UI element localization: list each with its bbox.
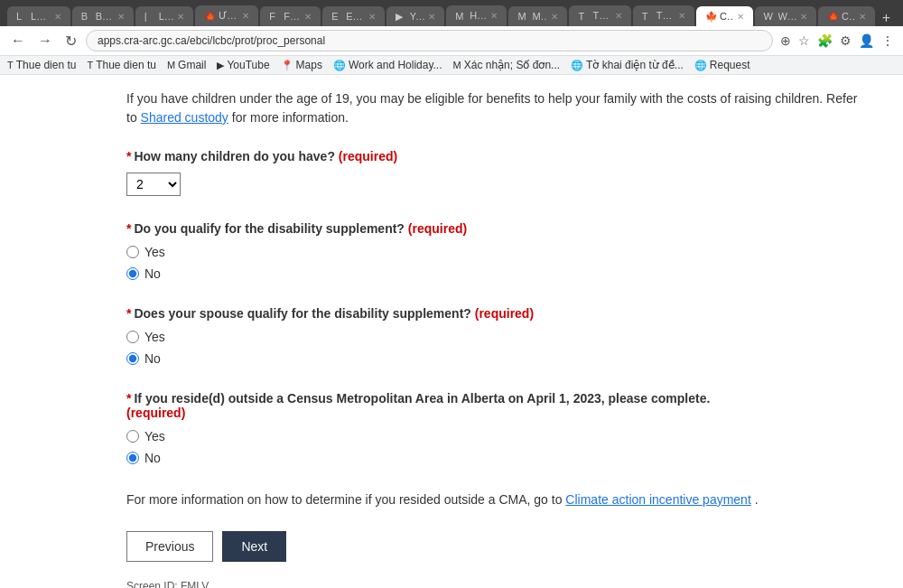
browser-tab-t1[interactable]: LLK B✕ [7,6,70,26]
children-count-select[interactable]: 2 1 3 4 5 [126,173,181,196]
spouse-disability-no-text: No [144,351,161,366]
previous-button[interactable]: Previous [126,531,213,562]
browser-tab-t7[interactable]: ▶You✕ [386,6,445,26]
tab-close[interactable]: ✕ [678,11,685,21]
bookmark-item[interactable]: TThue dien tu [7,59,76,71]
tab-favicon: 🍁 [827,11,838,22]
bookmark-item[interactable]: TThue dien tu [87,59,155,71]
browser-tab-t4[interactable]: 🍁Ưu đ✕ [195,5,258,26]
disability-yes-radio[interactable] [126,246,139,258]
browser-tab-t2[interactable]: BBiên✕ [72,6,134,26]
extension-icon[interactable]: 🧩 [815,32,834,50]
tab-close[interactable]: ✕ [304,12,312,22]
tab-close[interactable]: ✕ [615,11,622,21]
climate-action-link[interactable]: Climate action incentive payment [565,492,750,507]
tab-close[interactable]: ✕ [490,11,498,21]
bookmark-item[interactable]: MXác nhận; Số đơn... [453,59,561,71]
cma-no-radio[interactable] [126,452,139,464]
bookmark-icon: 🌐 [333,60,346,71]
browser-tab-t6[interactable]: EEmp✕ [322,6,385,26]
tab-favicon: E [331,11,342,22]
forward-button[interactable]: → [34,31,56,51]
bookmark-item[interactable]: 🌐Work and Holiday... [333,59,442,71]
cma-yes-label[interactable]: Yes [126,429,867,443]
cma-yes-text: Yes [144,429,165,443]
next-button[interactable]: Next [222,531,286,562]
cma-radio-group: Yes No [126,429,867,465]
tab-close[interactable]: ✕ [242,11,249,21]
profile-icon[interactable]: 👤 [857,32,876,50]
tab-close[interactable]: ✕ [117,12,125,22]
tab-label: Chi [842,11,855,22]
bookmark-label: Maps [296,59,322,71]
tab-close[interactable]: ✕ [800,12,807,22]
bookmark-item[interactable]: 📍Maps [281,59,322,71]
bookmark-label: Work and Holiday... [349,59,442,71]
menu-icon[interactable]: ⋮ [880,32,896,50]
disability-no-text: No [144,266,161,281]
browser-tab-t8[interactable]: MHộp✕ [446,5,507,26]
spouse-disability-yes-radio[interactable] [126,331,139,343]
browser-tab-t11[interactable]: TTừ v✕ [633,5,694,26]
note-text2: . [755,492,759,507]
tab-favicon: ▶ [396,11,406,22]
address-bar[interactable] [86,30,773,51]
button-row: Previous Next [126,531,867,562]
tab-favicon: F [269,11,280,22]
tab-close[interactable]: ✕ [54,12,61,22]
refresh-button[interactable]: ↻ [61,31,80,51]
bookmark-item[interactable]: 🌐Request [694,59,750,71]
browser-tab-t14[interactable]: 🍁Chi✕ [818,6,875,26]
tab-label: Web [778,11,796,22]
settings-icon[interactable]: ⚙ [838,32,853,50]
disability-yes-label[interactable]: Yes [126,245,867,259]
bookmark-icon: 🌐 [571,60,583,71]
children-count-question: *How many children do you have? (require… [126,149,867,163]
bookmarks-bar: TThue dien tuTThue dien tuMGmail▶YouTube… [0,56,903,75]
spouse-disability-no-radio[interactable] [126,352,139,365]
asterisk-3: * [126,306,131,321]
shared-custody-link[interactable]: Shared custody [141,110,228,125]
tab-close[interactable]: ✕ [551,12,558,22]
star-icon[interactable]: ☆ [796,32,812,50]
browser-chrome: LLK B✕BBiên✕|Log✕🍁Ưu đ✕FFinc✕EEmp✕▶You✕M… [0,0,903,26]
tab-close[interactable]: ✕ [428,12,435,22]
tab-label: LK B [31,11,51,22]
tab-close[interactable]: ✕ [859,12,866,22]
bookmark-label: Tờ khai điện từ đề... [586,59,684,71]
bookmark-item[interactable]: ▶YouTube [217,59,269,71]
spouse-disability-no-label[interactable]: No [126,351,867,366]
add-tab-button[interactable]: + [877,10,896,26]
bookmark-item[interactable]: 🌐Tờ khai điện từ đề... [571,59,684,71]
tab-label: You [410,11,425,22]
browser-tab-t5[interactable]: FFinc✕ [260,6,321,26]
browser-tab-t9[interactable]: MMf -✕ [508,6,567,26]
browser-tab-t10[interactable]: TTừ v✕ [569,5,630,26]
tab-favicon: T [578,11,589,22]
tab-label: Chi [720,11,733,22]
asterisk-2: * [126,221,131,236]
tab-close[interactable]: ✕ [368,12,376,22]
browser-tab-t3[interactable]: |Log✕ [135,6,193,26]
bookmark-icon: M [453,60,461,70]
disability-no-label[interactable]: No [126,266,867,281]
back-button[interactable]: ← [7,31,29,51]
tab-close[interactable]: ✕ [177,12,184,22]
tab-label: Finc [284,11,301,22]
browser-tab-t13[interactable]: WWeb✕ [755,6,816,26]
intro-text2: for more information. [232,110,349,125]
tab-close[interactable]: ✕ [737,12,744,22]
bookmark-icon: 📍 [281,60,293,71]
disability-no-radio[interactable] [126,267,139,280]
bookmark-label: Gmail [178,59,206,71]
browser-tab-t12[interactable]: 🍁Chi✕ [696,6,753,26]
browser-nav: ← → ↻ ⊕ ☆ 🧩 ⚙ 👤 ⋮ [0,26,903,56]
spouse-disability-yes-label[interactable]: Yes [126,330,867,344]
cma-no-label[interactable]: No [126,451,867,465]
cma-yes-radio[interactable] [126,430,139,443]
required-label-1: (required) [339,149,397,163]
translate-icon[interactable]: ⊕ [778,32,793,50]
bookmark-item[interactable]: MGmail [167,59,207,71]
bookmark-icon: 🌐 [694,60,707,71]
cma-note: For more information on how to determine… [126,490,867,509]
